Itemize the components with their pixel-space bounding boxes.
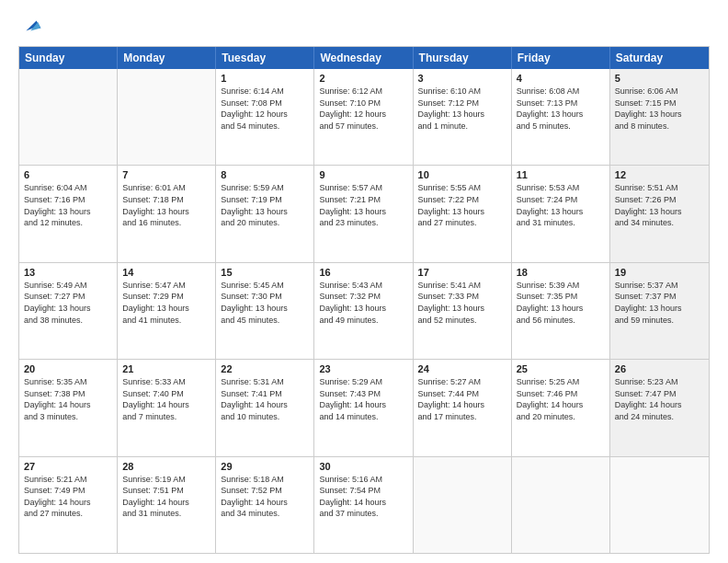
calendar-cell: 13Sunrise: 5:49 AM Sunset: 7:27 PM Dayli… (19, 263, 118, 359)
calendar-cell (512, 457, 610, 553)
calendar-cell (118, 69, 216, 165)
day-number: 1 (221, 73, 309, 84)
day-number: 7 (122, 169, 210, 180)
page: SundayMondayTuesdayWednesdayThursdayFrid… (0, 0, 728, 563)
header-day-saturday: Saturday (610, 47, 709, 69)
calendar-cell (19, 69, 118, 165)
day-info: Sunrise: 5:27 AM Sunset: 7:44 PM Dayligh… (418, 376, 506, 422)
header-day-friday: Friday (512, 47, 610, 69)
day-info: Sunrise: 5:57 AM Sunset: 7:21 PM Dayligh… (319, 182, 407, 228)
day-number: 3 (418, 73, 506, 84)
day-info: Sunrise: 5:59 AM Sunset: 7:19 PM Dayligh… (221, 182, 309, 228)
day-info: Sunrise: 5:29 AM Sunset: 7:43 PM Dayligh… (319, 376, 407, 422)
day-number: 8 (221, 169, 309, 180)
header-day-tuesday: Tuesday (216, 47, 314, 69)
calendar-cell: 5Sunrise: 6:06 AM Sunset: 7:15 PM Daylig… (610, 69, 709, 165)
day-number: 24 (418, 363, 506, 374)
day-info: Sunrise: 5:18 AM Sunset: 7:52 PM Dayligh… (221, 474, 309, 520)
calendar-row: 1Sunrise: 6:14 AM Sunset: 7:08 PM Daylig… (19, 69, 709, 165)
calendar-cell: 25Sunrise: 5:25 AM Sunset: 7:46 PM Dayli… (512, 360, 610, 455)
day-number: 6 (24, 169, 112, 180)
day-info: Sunrise: 5:51 AM Sunset: 7:26 PM Dayligh… (615, 182, 704, 228)
day-number: 25 (517, 363, 605, 374)
day-info: Sunrise: 5:21 AM Sunset: 7:49 PM Dayligh… (24, 474, 112, 520)
day-info: Sunrise: 5:49 AM Sunset: 7:27 PM Dayligh… (24, 280, 112, 326)
day-number: 29 (221, 461, 309, 472)
calendar-cell: 24Sunrise: 5:27 AM Sunset: 7:44 PM Dayli… (414, 360, 512, 455)
logo (18, 15, 42, 37)
calendar-cell: 15Sunrise: 5:45 AM Sunset: 7:30 PM Dayli… (216, 263, 314, 359)
calendar-cell: 27Sunrise: 5:21 AM Sunset: 7:49 PM Dayli… (19, 457, 118, 553)
header-day-thursday: Thursday (414, 47, 512, 69)
calendar-cell: 16Sunrise: 5:43 AM Sunset: 7:32 PM Dayli… (314, 263, 413, 359)
calendar-cell: 26Sunrise: 5:23 AM Sunset: 7:47 PM Dayli… (610, 360, 709, 455)
day-info: Sunrise: 5:55 AM Sunset: 7:22 PM Dayligh… (418, 182, 506, 228)
calendar-cell: 20Sunrise: 5:35 AM Sunset: 7:38 PM Dayli… (19, 360, 118, 455)
calendar-cell: 21Sunrise: 5:33 AM Sunset: 7:40 PM Dayli… (118, 360, 216, 455)
day-number: 23 (319, 363, 407, 374)
day-info: Sunrise: 6:01 AM Sunset: 7:18 PM Dayligh… (122, 182, 210, 228)
calendar-cell: 14Sunrise: 5:47 AM Sunset: 7:29 PM Dayli… (118, 263, 216, 359)
day-info: Sunrise: 5:45 AM Sunset: 7:30 PM Dayligh… (221, 280, 309, 326)
day-info: Sunrise: 5:23 AM Sunset: 7:47 PM Dayligh… (615, 376, 704, 422)
day-info: Sunrise: 6:06 AM Sunset: 7:15 PM Dayligh… (615, 86, 704, 132)
header-day-monday: Monday (118, 47, 216, 69)
day-number: 26 (615, 363, 704, 374)
day-number: 14 (122, 267, 210, 278)
day-info: Sunrise: 5:47 AM Sunset: 7:29 PM Dayligh… (122, 280, 210, 326)
calendar-header: SundayMondayTuesdayWednesdayThursdayFrid… (19, 47, 709, 69)
day-info: Sunrise: 5:43 AM Sunset: 7:32 PM Dayligh… (319, 280, 407, 326)
calendar-cell: 6Sunrise: 6:04 AM Sunset: 7:16 PM Daylig… (19, 166, 118, 261)
day-info: Sunrise: 6:14 AM Sunset: 7:08 PM Dayligh… (221, 86, 309, 132)
header-day-sunday: Sunday (19, 47, 118, 69)
header (18, 15, 710, 37)
day-info: Sunrise: 5:35 AM Sunset: 7:38 PM Dayligh… (24, 376, 112, 422)
day-info: Sunrise: 5:31 AM Sunset: 7:41 PM Dayligh… (221, 376, 309, 422)
day-number: 5 (615, 73, 704, 84)
calendar-cell: 18Sunrise: 5:39 AM Sunset: 7:35 PM Dayli… (512, 263, 610, 359)
day-info: Sunrise: 6:08 AM Sunset: 7:13 PM Dayligh… (517, 86, 605, 132)
day-number: 17 (418, 267, 506, 278)
logo-icon (20, 15, 42, 37)
calendar-cell: 12Sunrise: 5:51 AM Sunset: 7:26 PM Dayli… (610, 166, 709, 261)
day-number: 22 (221, 363, 309, 374)
day-info: Sunrise: 5:16 AM Sunset: 7:54 PM Dayligh… (319, 474, 407, 520)
calendar-cell: 4Sunrise: 6:08 AM Sunset: 7:13 PM Daylig… (512, 69, 610, 165)
calendar-cell: 11Sunrise: 5:53 AM Sunset: 7:24 PM Dayli… (512, 166, 610, 261)
day-number: 21 (122, 363, 210, 374)
calendar-cell: 23Sunrise: 5:29 AM Sunset: 7:43 PM Dayli… (314, 360, 413, 455)
calendar-cell: 7Sunrise: 6:01 AM Sunset: 7:18 PM Daylig… (118, 166, 216, 261)
calendar-cell: 17Sunrise: 5:41 AM Sunset: 7:33 PM Dayli… (414, 263, 512, 359)
day-number: 18 (517, 267, 605, 278)
day-info: Sunrise: 5:37 AM Sunset: 7:37 PM Dayligh… (615, 280, 704, 326)
day-number: 30 (319, 461, 407, 472)
day-number: 10 (418, 169, 506, 180)
day-info: Sunrise: 6:10 AM Sunset: 7:12 PM Dayligh… (418, 86, 506, 132)
day-number: 13 (24, 267, 112, 278)
calendar-cell: 28Sunrise: 5:19 AM Sunset: 7:51 PM Dayli… (118, 457, 216, 553)
calendar-cell: 19Sunrise: 5:37 AM Sunset: 7:37 PM Dayli… (610, 263, 709, 359)
day-info: Sunrise: 6:12 AM Sunset: 7:10 PM Dayligh… (319, 86, 407, 132)
day-info: Sunrise: 5:19 AM Sunset: 7:51 PM Dayligh… (122, 474, 210, 520)
header-day-wednesday: Wednesday (314, 47, 413, 69)
calendar-cell: 2Sunrise: 6:12 AM Sunset: 7:10 PM Daylig… (314, 69, 413, 165)
calendar-cell (610, 457, 709, 553)
day-number: 16 (319, 267, 407, 278)
day-number: 15 (221, 267, 309, 278)
calendar-cell: 9Sunrise: 5:57 AM Sunset: 7:21 PM Daylig… (314, 166, 413, 261)
calendar: SundayMondayTuesdayWednesdayThursdayFrid… (18, 46, 710, 554)
calendar-row: 13Sunrise: 5:49 AM Sunset: 7:27 PM Dayli… (19, 262, 709, 359)
day-number: 9 (319, 169, 407, 180)
day-number: 2 (319, 73, 407, 84)
day-info: Sunrise: 5:39 AM Sunset: 7:35 PM Dayligh… (517, 280, 605, 326)
calendar-row: 27Sunrise: 5:21 AM Sunset: 7:49 PM Dayli… (19, 456, 709, 553)
calendar-cell: 22Sunrise: 5:31 AM Sunset: 7:41 PM Dayli… (216, 360, 314, 455)
day-info: Sunrise: 6:04 AM Sunset: 7:16 PM Dayligh… (24, 182, 112, 228)
calendar-cell: 1Sunrise: 6:14 AM Sunset: 7:08 PM Daylig… (216, 69, 314, 165)
day-info: Sunrise: 5:53 AM Sunset: 7:24 PM Dayligh… (517, 182, 605, 228)
day-number: 4 (517, 73, 605, 84)
day-number: 20 (24, 363, 112, 374)
day-info: Sunrise: 5:41 AM Sunset: 7:33 PM Dayligh… (418, 280, 506, 326)
calendar-row: 20Sunrise: 5:35 AM Sunset: 7:38 PM Dayli… (19, 359, 709, 455)
calendar-cell: 3Sunrise: 6:10 AM Sunset: 7:12 PM Daylig… (414, 69, 512, 165)
